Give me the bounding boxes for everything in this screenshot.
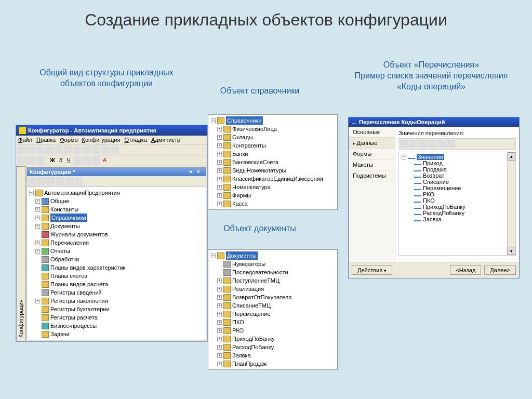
- toolbar-button[interactable]: [26, 156, 35, 165]
- tree-item[interactable]: +ПланПродаж: [216, 360, 336, 368]
- tree-item[interactable]: +Заявка: [216, 351, 336, 360]
- tree-item[interactable]: +РКО: [216, 326, 336, 335]
- toolbar-button[interactable]: [73, 156, 82, 165]
- toolbar-button[interactable]: [111, 145, 119, 154]
- tree-item[interactable]: +Номенклатура: [216, 183, 336, 191]
- expand-icon[interactable]: +: [35, 299, 40, 303]
- toolbar-button[interactable]: [45, 145, 54, 154]
- menu-item[interactable]: Правка: [36, 137, 56, 143]
- expand-icon[interactable]: +: [217, 160, 222, 165]
- next-button[interactable]: Далее>: [484, 265, 516, 275]
- enum-toolbar[interactable]: [398, 138, 516, 150]
- toolbar-button[interactable]: [447, 140, 455, 148]
- toolbar-button[interactable]: [73, 145, 82, 154]
- expand-icon[interactable]: +: [217, 168, 222, 173]
- tree-item[interactable]: +СписаниеТМЦ: [216, 301, 336, 310]
- expand-icon[interactable]: +: [217, 362, 222, 366]
- tree-item[interactable]: +Реализация: [216, 285, 336, 293]
- tree-item[interactable]: Регистры бухгалтерии: [34, 305, 205, 313]
- menu-item[interactable]: Файл: [18, 137, 32, 143]
- toolbar-button[interactable]: [64, 145, 72, 154]
- tree-item[interactable]: Планы видов расчета: [34, 280, 205, 288]
- bold-button[interactable]: Ж: [48, 156, 57, 165]
- scroll-up-icon[interactable]: ▴: [508, 152, 515, 161]
- toolbar-button[interactable]: [56, 177, 64, 185]
- menu-item[interactable]: Администр: [151, 137, 180, 143]
- tree-item[interactable]: +Документы: [34, 222, 205, 230]
- tree-item[interactable]: Обработки: [34, 255, 205, 263]
- tree-item[interactable]: +ПоступлениеТМЦ: [216, 276, 336, 285]
- toolbar-button[interactable]: [47, 177, 55, 185]
- toolbar-button[interactable]: [26, 145, 35, 154]
- enum-value[interactable]: ПриходПоБанку: [413, 204, 514, 210]
- collapse-icon[interactable]: −: [402, 155, 406, 159]
- toolbar-button[interactable]: [419, 140, 427, 148]
- toolbar-button[interactable]: [428, 140, 436, 148]
- expand-icon[interactable]: +: [217, 135, 222, 140]
- toolbar-button[interactable]: [55, 145, 63, 154]
- expand-icon[interactable]: +: [217, 127, 222, 131]
- tree-root[interactable]: − АвтоматизацияПредприятия: [28, 189, 205, 197]
- enum-value[interactable]: ПКО: [413, 197, 514, 204]
- panel-titlebar[interactable]: Конфигурация * ▾×: [27, 168, 206, 176]
- expand-icon[interactable]: +: [217, 353, 222, 358]
- tree-item[interactable]: +ВозвратОтПокупателя: [216, 293, 336, 301]
- tree-item[interactable]: +БанковскиеСчета: [216, 158, 336, 166]
- collapse-icon[interactable]: −: [211, 118, 216, 123]
- expand-icon[interactable]: +: [217, 337, 222, 341]
- tree-item[interactable]: +Перечисления: [34, 238, 205, 247]
- color-button[interactable]: А: [101, 156, 108, 165]
- toolbar-1[interactable]: [16, 144, 207, 155]
- toolbar-button[interactable]: [409, 140, 418, 148]
- tree-item[interactable]: +ВидыНоменклатуры: [216, 166, 336, 175]
- config-tree[interactable]: − АвтоматизацияПредприятия +Общие+Конста…: [27, 187, 206, 340]
- tree-item[interactable]: +Общие: [34, 197, 205, 205]
- tree-item[interactable]: +Перемещение: [216, 310, 336, 318]
- expand-icon[interactable]: +: [217, 193, 222, 198]
- tree-item[interactable]: Задачи: [34, 330, 205, 338]
- tree-item[interactable]: Планы видов характеристик: [34, 263, 205, 272]
- enum-value[interactable]: Приход: [413, 160, 514, 166]
- toolbar-button[interactable]: [92, 156, 100, 165]
- prop-tab[interactable]: Макеты: [349, 159, 395, 170]
- tree-item[interactable]: Последовательности: [216, 268, 336, 276]
- expand-icon[interactable]: +: [217, 345, 222, 350]
- tree-item[interactable]: +КлассификаторЕдиницИзмерения: [216, 175, 336, 183]
- tree-item[interactable]: +Фирмы: [216, 191, 336, 200]
- prop-tab[interactable]: Подсистемы: [349, 170, 395, 181]
- toolbar-button[interactable]: [92, 145, 100, 154]
- italic-button[interactable]: К: [58, 156, 64, 165]
- expand-icon[interactable]: +: [35, 207, 40, 212]
- tree-item[interactable]: +ФизическиеЛица: [216, 125, 336, 133]
- tree-item[interactable]: +Контрагенты: [216, 141, 336, 150]
- underline-button[interactable]: Ч: [65, 156, 72, 165]
- expand-icon[interactable]: +: [217, 185, 222, 190]
- toolbar-button[interactable]: [17, 156, 25, 165]
- toolbar-button[interactable]: [65, 177, 74, 185]
- window-titlebar[interactable]: Конфигуратор - Автоматизация предприятия: [16, 125, 207, 136]
- menu-item[interactable]: Конфигурация: [82, 137, 121, 143]
- prop-tab[interactable]: Данные: [349, 138, 395, 149]
- toolbar-2[interactable]: Ж К Ч А: [16, 155, 207, 166]
- expand-icon[interactable]: +: [217, 152, 222, 156]
- enum-value[interactable]: Заявка: [413, 216, 514, 222]
- expand-icon[interactable]: +: [35, 199, 40, 204]
- expand-icon[interactable]: +: [35, 216, 40, 220]
- expand-icon[interactable]: +: [217, 312, 222, 316]
- tree-item[interactable]: +Банки: [216, 150, 336, 158]
- expand-icon[interactable]: +: [217, 143, 222, 148]
- scroll-down-icon[interactable]: ▾: [508, 247, 515, 255]
- close-icon[interactable]: ×: [197, 169, 203, 175]
- vertical-tab[interactable]: Конфигурация: [16, 166, 25, 341]
- tree-item[interactable]: +Регистры накопления: [34, 297, 205, 305]
- tree-item[interactable]: Журналы документов: [34, 230, 205, 238]
- scrollbar[interactable]: ▴ ▾: [507, 152, 515, 255]
- expand-icon[interactable]: +: [35, 241, 40, 245]
- tree-root[interactable]: −Документы: [210, 251, 336, 260]
- prop-tab[interactable]: Основные: [349, 127, 395, 138]
- tree-root[interactable]: −Справочники: [210, 116, 336, 125]
- expand-icon[interactable]: +: [217, 287, 222, 291]
- toolbar-button[interactable]: [36, 145, 44, 154]
- tree-item[interactable]: Регистры расчета: [34, 313, 205, 322]
- prop-tab[interactable]: Формы: [349, 149, 395, 159]
